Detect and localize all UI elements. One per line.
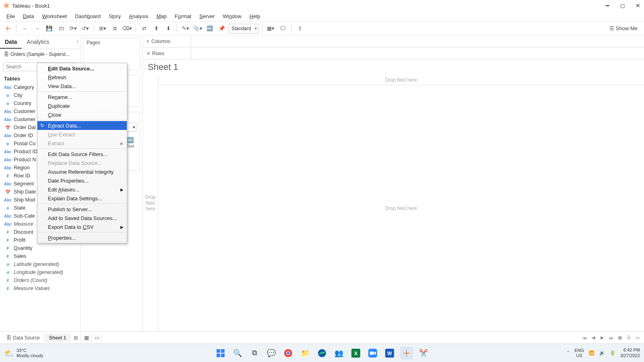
zoom-app-icon[interactable]: [366, 347, 379, 360]
show-cards-button[interactable]: ▦▾: [266, 23, 276, 34]
first-sheet-button[interactable]: ⏮: [580, 334, 588, 342]
presentation-mode-button[interactable]: 🖵: [278, 23, 288, 34]
context-menu-item[interactable]: Explain Data Settings...: [37, 194, 127, 203]
context-menu-item[interactable]: Edit Aliases...▶: [37, 185, 127, 194]
battery-icon[interactable]: 🔋: [610, 350, 615, 356]
duplicate-button[interactable]: ⧉: [109, 23, 120, 34]
new-worksheet-tab-button[interactable]: ⊞: [71, 333, 81, 342]
menu-help[interactable]: Help: [246, 12, 264, 21]
save-button[interactable]: 💾: [44, 23, 54, 34]
field-item[interactable]: #Sales: [0, 252, 80, 260]
swap-button[interactable]: ⇄: [139, 23, 149, 34]
language-indicator[interactable]: ENG: [574, 348, 584, 353]
context-menu-item[interactable]: ↻Extract Data...: [37, 121, 127, 130]
context-menu-item[interactable]: Edit Data Source...: [37, 64, 127, 73]
clear-button[interactable]: ⌫▾: [122, 23, 132, 34]
datasource-row[interactable]: 🗄 Orders (Sample - Superst...: [0, 49, 80, 60]
explorer-app-icon[interactable]: 📁: [299, 347, 312, 360]
context-menu-item[interactable]: Publish to Server...: [37, 205, 127, 214]
show-filmstrip-button[interactable]: ☰: [625, 334, 633, 342]
sort-asc-button[interactable]: ⬆: [151, 23, 161, 34]
menu-window[interactable]: Window: [219, 12, 246, 21]
tray-chevron-icon[interactable]: ˄: [567, 350, 570, 356]
rows-shelf[interactable]: ≡Rows: [143, 47, 644, 60]
context-menu-item[interactable]: Date Properties...: [37, 176, 127, 185]
snip-app-icon[interactable]: ✂️: [417, 347, 430, 360]
undo-button[interactable]: ←: [20, 23, 30, 34]
share-button[interactable]: ⇪: [295, 23, 305, 34]
teams-app-icon[interactable]: 👥: [332, 347, 345, 360]
context-menu-item[interactable]: Refresh: [37, 73, 127, 82]
context-menu-item[interactable]: Assume Referential Integrity: [37, 167, 127, 176]
volume-icon[interactable]: 🔊: [599, 350, 605, 356]
context-menu-item[interactable]: View Data...: [37, 82, 127, 90]
window-minimize-button[interactable]: ━: [605, 3, 610, 8]
context-menu-item[interactable]: Duplicate: [37, 101, 127, 110]
start-button[interactable]: [214, 347, 227, 360]
sort-desc-button[interactable]: ⬇: [163, 23, 173, 34]
field-item[interactable]: ⊕Latitude (generated): [0, 260, 80, 268]
prev-sheet-button[interactable]: ◀: [589, 334, 597, 342]
run-update-button[interactable]: ↺▾: [80, 23, 91, 34]
labels-button[interactable]: 🔤: [204, 23, 215, 34]
columns-shelf[interactable]: ⦀Columns: [143, 35, 644, 47]
new-dashboard-tab-button[interactable]: ▦: [82, 333, 91, 342]
analytics-tab[interactable]: Analytics: [22, 35, 54, 49]
context-menu-item[interactable]: Properties...: [37, 233, 127, 242]
field-item[interactable]: #Quantity: [0, 244, 80, 252]
edge-app-icon[interactable]: [316, 347, 328, 360]
menu-story[interactable]: Story: [105, 12, 125, 21]
excel-app-icon[interactable]: X: [349, 347, 362, 360]
field-item[interactable]: ⊕Longitude (generated): [0, 268, 80, 276]
tableau-start-icon[interactable]: [2, 23, 13, 34]
column-drop-target[interactable]: Drop field here: [158, 75, 644, 85]
menu-server[interactable]: Server: [195, 12, 219, 21]
data-tab[interactable]: Data: [0, 35, 22, 49]
menu-dashboard[interactable]: Dashboard: [71, 12, 105, 21]
view-drop-target[interactable]: Drop field here: [158, 85, 644, 331]
next-sheet-button[interactable]: ▶: [598, 334, 606, 342]
context-menu-item[interactable]: Export Data to CSV▶: [37, 222, 127, 231]
collapse-pane-icon[interactable]: ‹: [77, 39, 78, 44]
datasource-tab[interactable]: 🗄Data Source: [2, 333, 44, 342]
context-menu-item[interactable]: Add to Saved Data Sources...: [37, 214, 127, 222]
pause-auto-updates-button[interactable]: ⟳▾: [68, 23, 78, 34]
search-button[interactable]: 🔍: [231, 347, 244, 360]
show-tabs-button[interactable]: ▭: [634, 334, 642, 342]
context-menu-item[interactable]: Edit Data Source Filters...: [37, 150, 127, 158]
context-menu-item[interactable]: Rename...: [37, 93, 127, 101]
new-worksheet-button[interactable]: ⊞▾: [97, 23, 108, 34]
highlight-button[interactable]: ✎▾: [180, 23, 191, 34]
field-item[interactable]: #Orders (Count): [0, 276, 80, 284]
last-sheet-button[interactable]: ⏭: [607, 334, 615, 342]
show-me-button[interactable]: ☰ Show Me: [609, 25, 642, 31]
show-sheet-sorter-button[interactable]: ▦: [616, 334, 624, 342]
menu-map[interactable]: Map: [153, 12, 171, 21]
new-datasource-button[interactable]: 🗃: [56, 23, 66, 34]
new-story-tab-button[interactable]: ▭: [92, 333, 102, 342]
tableau-app-icon[interactable]: [400, 347, 413, 360]
menu-data[interactable]: Data: [19, 12, 38, 21]
redo-button[interactable]: →: [32, 23, 42, 34]
row-drop-target[interactable]: Dropfieldhere: [143, 75, 158, 331]
task-view-button[interactable]: ⧉: [248, 347, 261, 360]
fit-selector[interactable]: Standard: [229, 24, 259, 33]
word-app-icon[interactable]: W: [383, 347, 396, 360]
taskbar-weather[interactable]: ⛅ 33°C Mostly cloudy: [4, 348, 43, 358]
field-item[interactable]: #Measure Values: [0, 284, 80, 292]
chat-app-icon[interactable]: 💬: [265, 347, 278, 360]
sheet-tab[interactable]: Sheet 1: [45, 333, 71, 342]
menu-analysis[interactable]: Analysis: [125, 12, 152, 21]
menu-file[interactable]: File: [2, 12, 19, 21]
system-clock[interactable]: 6:42 PM 3/27/2022: [620, 348, 640, 358]
menu-format[interactable]: Format: [171, 12, 195, 21]
window-maximize-button[interactable]: ◻: [620, 3, 625, 8]
sheet-title[interactable]: Sheet 1: [143, 60, 644, 75]
window-close-button[interactable]: ✕: [635, 3, 641, 8]
context-menu-item[interactable]: Close: [37, 110, 127, 119]
wifi-icon[interactable]: 📶: [589, 350, 594, 356]
pin-button[interactable]: 📌: [217, 23, 227, 34]
chrome-app-icon[interactable]: [282, 347, 295, 360]
menu-worksheet[interactable]: Worksheet: [38, 12, 71, 21]
group-button[interactable]: 📎▾: [192, 23, 203, 34]
